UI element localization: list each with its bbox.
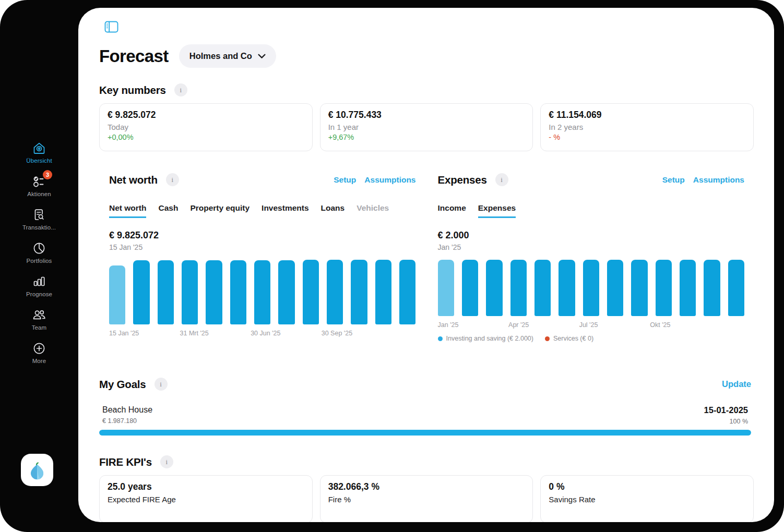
key-number-value: € 11.154.069 bbox=[549, 110, 745, 120]
net-worth-value: € 9.825.072 bbox=[109, 230, 416, 241]
sidebar-item-team[interactable]: Team bbox=[8, 308, 70, 331]
team-icon bbox=[32, 308, 46, 322]
net-worth-tab-investments[interactable]: Investments bbox=[262, 203, 308, 218]
expenses-setup-link[interactable]: Setup bbox=[662, 175, 685, 185]
expenses-bar[interactable] bbox=[462, 260, 478, 316]
key-number-delta: +9,67% bbox=[328, 133, 525, 141]
net_worth-bar[interactable] bbox=[303, 260, 319, 324]
net_worth-bars bbox=[109, 260, 416, 324]
sidebar-item-transaktionen[interactable]: Transaktio... bbox=[8, 208, 70, 231]
expenses-tab-income[interactable]: Income bbox=[438, 203, 466, 218]
info-icon[interactable]: i bbox=[155, 378, 168, 391]
expenses-bar[interactable] bbox=[534, 260, 551, 316]
fire-kpi-value: 25.0 years bbox=[108, 481, 304, 492]
key-number-label: In 2 years bbox=[549, 123, 745, 131]
goals-update-link[interactable]: Update bbox=[722, 379, 751, 389]
sidebar-item-label: Team bbox=[32, 324, 47, 331]
expenses-tab-expenses[interactable]: Expenses bbox=[478, 203, 516, 218]
portfolios-icon bbox=[32, 241, 46, 256]
key-number-label: In 1 year bbox=[328, 123, 525, 131]
x-axis-label: 30 Sep '25 bbox=[322, 330, 352, 337]
expenses-tabs: IncomeExpenses bbox=[438, 203, 745, 218]
net_worth-bar[interactable] bbox=[182, 260, 198, 324]
expenses-bar[interactable] bbox=[559, 260, 575, 316]
my-goals-section: My Goals i Update Beach House€ 1.987.180… bbox=[99, 378, 751, 436]
expenses-bar[interactable] bbox=[607, 260, 623, 316]
net-worth-tab-loans[interactable]: Loans bbox=[321, 203, 345, 218]
info-icon[interactable]: i bbox=[495, 173, 508, 186]
key-numbers-cards: € 9.825.072Today+0,00%€ 10.775.433In 1 y… bbox=[99, 103, 754, 151]
company-selector[interactable]: Holmes and Co bbox=[179, 44, 276, 68]
net_worth-bar[interactable] bbox=[351, 260, 367, 324]
expenses-bar[interactable] bbox=[656, 260, 672, 316]
goal-item: Beach House€ 1.987.18015-01-2025100 % bbox=[99, 405, 751, 436]
net_worth-bar[interactable] bbox=[133, 260, 149, 324]
x-axis-label: 30 Jun '25 bbox=[251, 330, 280, 337]
sidebar-item-prognose[interactable]: Prognose bbox=[8, 274, 70, 297]
actions-icon: 3 bbox=[32, 174, 46, 189]
fire-kpi-label: Savings Rate bbox=[549, 495, 745, 504]
net_worth-bar[interactable] bbox=[230, 260, 246, 324]
expenses-assumptions-link[interactable]: Assumptions bbox=[693, 175, 744, 185]
goal-list: Beach House€ 1.987.18015-01-2025100 % bbox=[99, 405, 751, 436]
sidebar-item-label: Transaktio... bbox=[22, 224, 56, 231]
key-number-value: € 10.775.433 bbox=[328, 110, 525, 120]
transactions-icon bbox=[32, 208, 46, 222]
net-worth-setup-link[interactable]: Setup bbox=[334, 175, 356, 185]
fire-kpi-cards: 25.0 yearsExpected FIRE Age382.066,3 %Fi… bbox=[99, 475, 754, 522]
sidebar-item-label: Übersicht bbox=[26, 158, 52, 164]
company-selector-label: Holmes and Co bbox=[189, 51, 252, 61]
app-sidebar: Übersicht3AktionenTransaktio...Portfolio… bbox=[0, 0, 78, 532]
net_worth-bar[interactable] bbox=[399, 260, 415, 324]
net-worth-tab-vehicles[interactable]: Vehicles bbox=[357, 203, 389, 218]
net-worth-date: 15 Jan '25 bbox=[109, 243, 416, 251]
plus-circle-icon bbox=[32, 341, 46, 356]
info-icon[interactable]: i bbox=[166, 173, 179, 186]
fire-kpi-value: 0 % bbox=[549, 481, 745, 492]
my-goals-heading: My Goals bbox=[99, 378, 146, 391]
expenses-bar[interactable] bbox=[583, 260, 599, 316]
sidebar-nav: Übersicht3AktionenTransaktio...Portfolio… bbox=[0, 141, 78, 364]
legend-item: Services (€ 0) bbox=[545, 335, 593, 342]
net-worth-tab-property-equity[interactable]: Property equity bbox=[190, 203, 250, 218]
sidebar-item-portfolios[interactable]: Portfolios bbox=[8, 241, 70, 264]
expenses-bar[interactable] bbox=[704, 260, 720, 316]
sidebar-item-aktionen[interactable]: 3Aktionen bbox=[8, 174, 70, 197]
app-logo[interactable] bbox=[21, 454, 53, 486]
expenses-bar[interactable] bbox=[728, 260, 744, 316]
x-axis-label: Okt '25 bbox=[650, 321, 670, 329]
net_worth-bar[interactable] bbox=[109, 265, 125, 324]
expenses-bar[interactable] bbox=[680, 260, 696, 316]
sidebar-item-more[interactable]: More bbox=[8, 341, 70, 364]
net-worth-assumptions-link[interactable]: Assumptions bbox=[364, 175, 415, 185]
info-icon[interactable]: i bbox=[174, 83, 187, 96]
expenses-bar[interactable] bbox=[486, 260, 502, 316]
sidebar-toggle-button[interactable] bbox=[104, 21, 118, 33]
net_worth-bar[interactable] bbox=[278, 260, 294, 325]
net_worth-bar[interactable] bbox=[206, 260, 222, 324]
net_worth-bar[interactable] bbox=[327, 260, 343, 324]
net-worth-tab-net-worth[interactable]: Net worth bbox=[109, 203, 146, 218]
key-numbers-heading: Key numbers bbox=[99, 84, 166, 96]
net-worth-tab-cash[interactable]: Cash bbox=[158, 203, 178, 218]
info-icon[interactable]: i bbox=[160, 455, 173, 468]
expenses-bar[interactable] bbox=[510, 260, 527, 316]
legend-label: Investing and saving (€ 2.000) bbox=[446, 335, 533, 342]
expenses-heading: Expenses bbox=[438, 174, 487, 186]
sidebar-item-label: Prognose bbox=[26, 291, 52, 297]
net_worth-bar[interactable] bbox=[158, 260, 174, 324]
fire-kpi-card: 0 %Savings Rate bbox=[540, 475, 754, 522]
x-axis-label: Jan '25 bbox=[438, 321, 459, 329]
tablet-frame: Übersicht3AktionenTransaktio...Portfolio… bbox=[0, 0, 784, 532]
fire-kpis-section: FIRE KPI's i 25.0 yearsExpected FIRE Age… bbox=[99, 455, 754, 522]
expenses-legend: Investing and saving (€ 2.000)Services (… bbox=[438, 335, 745, 342]
expenses-bar[interactable] bbox=[631, 260, 647, 316]
x-axis-label: Apr '25 bbox=[508, 321, 529, 329]
expenses-bar[interactable] bbox=[438, 260, 454, 316]
expenses-chart: Jan '25Apr '25Jul '25Okt '25Investing an… bbox=[438, 260, 745, 342]
net_worth-bar[interactable] bbox=[254, 260, 270, 325]
x-axis-label: 15 Jan '25 bbox=[109, 330, 139, 337]
key-number-label: Today bbox=[108, 123, 304, 131]
net_worth-bar[interactable] bbox=[375, 260, 391, 324]
sidebar-item-uebersicht[interactable]: Übersicht bbox=[8, 141, 70, 164]
